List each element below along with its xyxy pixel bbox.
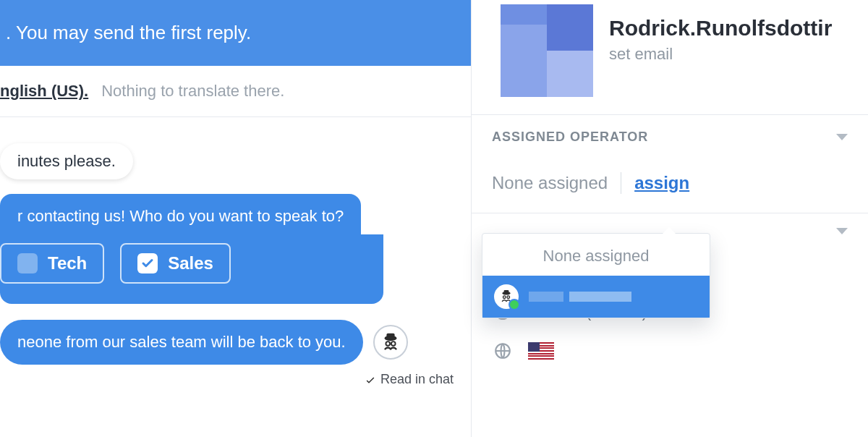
section-assigned-operator[interactable]: Assigned Operator xyxy=(472,114,868,159)
choice-row: Tech Sales xyxy=(0,234,383,304)
language-select[interactable]: nglish (US). xyxy=(0,82,88,101)
svg-point-3 xyxy=(391,341,396,346)
info-locale xyxy=(492,331,848,370)
operator-avatar xyxy=(494,284,519,309)
assign-dropdown: None assigned xyxy=(482,233,710,318)
choice-tech-label: Tech xyxy=(48,253,87,273)
reply-row: neone from our sales team will be back t… xyxy=(0,320,471,365)
set-email-link[interactable]: set email xyxy=(609,45,851,64)
assign-link[interactable]: assign xyxy=(634,173,689,193)
svg-rect-5 xyxy=(504,290,509,292)
chat-body: inutes please. r contacting us! Who do y… xyxy=(0,117,471,387)
svg-point-2 xyxy=(386,341,390,346)
first-reply-banner: . You may send the first reply. xyxy=(0,0,471,66)
side-pane: Rodrick.Runolfsdottir set email Assigned… xyxy=(472,0,868,437)
chevron-down-icon xyxy=(836,134,848,140)
contact-header: Rodrick.Runolfsdottir set email xyxy=(472,0,868,114)
flag-us-icon xyxy=(528,342,554,360)
bot-avatar xyxy=(373,325,408,360)
svg-rect-1 xyxy=(386,334,394,337)
contact-name: Rodrick.Runolfsdottir xyxy=(609,16,851,41)
assign-row: None assigned assign xyxy=(472,159,868,210)
svg-point-6 xyxy=(503,296,506,299)
read-status-text: Read in chat xyxy=(380,372,454,387)
check-icon xyxy=(365,374,376,386)
translate-note: Nothing to translate there. xyxy=(101,82,284,101)
bot-face-icon xyxy=(380,331,401,353)
bot-message-followup: neone from our sales team will be back t… xyxy=(0,320,363,365)
divider xyxy=(621,172,621,194)
chat-pane: . You may send the first reply. nglish (… xyxy=(0,0,472,437)
contact-avatar xyxy=(501,4,593,97)
user-message: inutes please. xyxy=(0,143,133,179)
banner-text: . You may send the first reply. xyxy=(0,22,251,44)
checkbox-checked-icon xyxy=(137,253,158,273)
operator-name-redacted xyxy=(529,292,631,302)
operator-face-icon xyxy=(498,289,514,305)
read-status: Read in chat xyxy=(0,372,471,387)
assign-none-label: None assigned xyxy=(492,173,608,193)
translate-bar: nglish (US). Nothing to translate there. xyxy=(0,66,471,117)
choice-sales[interactable]: Sales xyxy=(120,243,231,284)
choice-tech[interactable]: Tech xyxy=(0,243,104,284)
dropdown-operator-item[interactable] xyxy=(482,276,710,318)
section-title: Assigned Operator xyxy=(492,130,648,145)
bot-message-prompt: r contacting us! Who do you want to spea… xyxy=(0,194,361,239)
chevron-down-icon xyxy=(836,228,848,234)
checkbox-icon xyxy=(17,253,38,273)
globe-icon xyxy=(492,341,514,360)
choice-sales-label: Sales xyxy=(168,253,213,273)
dropdown-title[interactable]: None assigned xyxy=(482,234,710,276)
svg-point-7 xyxy=(507,296,510,299)
